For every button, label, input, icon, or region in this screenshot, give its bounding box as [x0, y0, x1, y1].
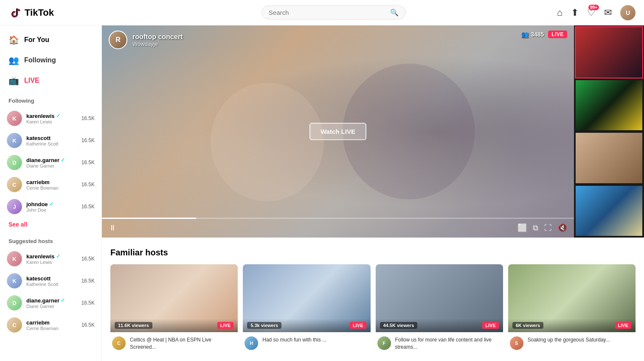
thumbnail-item-2[interactable] [575, 79, 643, 132]
following-item-dianegarner[interactable]: D diane.garner ✓ Diane Garner 16.5K [0, 151, 101, 174]
live-nav-icon: 📺 [8, 76, 19, 86]
live-label: LIVE [24, 77, 39, 84]
theater-mode-button[interactable]: ⬜ [517, 223, 527, 232]
search-input-wrap: 🔍 [262, 6, 406, 20]
video-controls: ⏸ ⬜ ⧉ ⛶ 🔇 [109, 223, 567, 232]
thumbnail-item-3[interactable] [575, 132, 643, 184]
svg-point-1 [211, 83, 324, 201]
mute-button[interactable]: 🔇 [558, 223, 567, 232]
host-avatar-1: C [112, 336, 126, 350]
stream-stats-overlay: 👥 3485 LIVE [521, 31, 567, 38]
live-tag-2: LIVE [350, 322, 366, 329]
stream-user: Wowdayje [132, 41, 183, 47]
following-name-karenlewis: karenlewis ✓ [26, 113, 77, 119]
header: TikTok 🔍 ⌂ ⬆ ♡ 99+ ✉ U [0, 0, 644, 25]
viewer-count: 👥 3485 [521, 31, 544, 38]
suggested-item-carriebm[interactable]: C carriebm Cerrie Bowman 16.5K [0, 314, 101, 336]
host-avatar-2: H [245, 336, 258, 350]
following-item-carriebm[interactable]: C carriebm Cerrie Bowman 16.5K [0, 174, 101, 196]
main-layout: 🏠 For You 👥 Following 📺 LIVE Following K… [0, 25, 644, 361]
content-area: R rooftop concert Wowdayje 👥 3485 LIVE W… [102, 25, 644, 361]
sidebar-item-live[interactable]: 📺 LIVE [0, 70, 101, 91]
host-desc-2: Had so much fun with this ... [262, 336, 368, 344]
tiktok-logo-icon [8, 6, 22, 20]
host-thumb-3: 44.5K viewers LIVE [376, 264, 503, 332]
following-item-katescott[interactable]: K katescott Katherine Scott 16.5K [0, 129, 101, 151]
verified-icon: ✓ [56, 113, 60, 119]
stream-info-overlay: R rooftop concert Wowdayje [109, 31, 183, 49]
viewers-badge-2: 5.3k viewers [247, 322, 281, 329]
logo-text: TikTok [25, 7, 54, 18]
live-badge: LIVE [548, 31, 567, 38]
following-section-title: Following [0, 91, 101, 107]
following-item-karenlewis[interactable]: K karenlewis ✓ Karen Lewis 16.5K [0, 107, 101, 129]
host-desc-4: Soaking up the gorgeous Saturday... [528, 336, 634, 344]
live-tag-3: LIVE [482, 322, 498, 329]
hosts-grid: 11.6K viewers LIVE C Celtics @ Heat | NB… [110, 264, 636, 353]
stream-title: rooftop concert [132, 33, 183, 41]
viewers-icon: 👥 [521, 31, 529, 38]
host-desc-3: Follow us for more van life content and … [395, 336, 501, 351]
host-thumb-2: 5.3k viewers LIVE [243, 264, 370, 332]
suggested-hosts-title: Suggested hosts [0, 231, 101, 248]
host-avatar-3: F [377, 336, 391, 350]
suggested-item-karenlewis[interactable]: K karenlewis ✓ Karen Lewis 16.5K [0, 248, 101, 270]
pause-button[interactable]: ⏸ [109, 224, 116, 232]
familiar-hosts-title: Familiar hosts [110, 248, 636, 257]
profile-button[interactable]: U [620, 5, 636, 20]
side-thumbnails [574, 25, 644, 238]
sidebar-item-for-you[interactable]: 🏠 For You [0, 30, 101, 50]
host-card-2[interactable]: 5.3k viewers LIVE H Had so much fun with… [243, 264, 370, 353]
verified-icon: ✓ [49, 201, 53, 207]
host-avatar-4: S [510, 336, 523, 350]
host-card-3[interactable]: 44.5K viewers LIVE F Follow us for more … [376, 264, 503, 353]
following-nav-icon: 👥 [8, 55, 19, 65]
message-button[interactable]: ✉ [604, 7, 612, 18]
search-input[interactable] [269, 9, 390, 16]
host-desc-1: Celtics @ Heat | NBA on ESPN Live Screen… [130, 336, 236, 351]
viewers-badge-3: 44.5K viewers [380, 322, 418, 329]
verified-icon: ✓ [61, 157, 65, 163]
following-item-johndoe[interactable]: J johndoe ✓ John Doe 16.5K [0, 196, 101, 218]
viewers-badge-1: 11.6K viewers [115, 322, 152, 329]
pip-button[interactable]: ⧉ [533, 224, 538, 232]
search-bar: 🔍 [110, 6, 557, 20]
host-thumb-4: 6K viewers LIVE [508, 264, 636, 332]
host-card-1[interactable]: 11.6K viewers LIVE C Celtics @ Heat | NB… [110, 264, 238, 353]
following-label: Following [24, 56, 56, 64]
avatar: U [620, 5, 636, 20]
see-all-button[interactable]: See all [0, 218, 36, 231]
home-nav-icon: 🏠 [8, 35, 19, 45]
suggested-item-dianegarner[interactable]: D diane.garner ✓ Diane Garner 16.5K [0, 292, 101, 314]
live-tag-1: LIVE [217, 322, 233, 329]
thumbnail-item-1[interactable] [575, 26, 643, 78]
video-progress-fill [102, 218, 196, 219]
live-player-section: R rooftop concert Wowdayje 👥 3485 LIVE W… [102, 25, 644, 238]
upload-icon: ⬆ [571, 7, 579, 18]
for-you-label: For You [24, 36, 49, 44]
home-icon: ⌂ [557, 7, 562, 18]
fullscreen-button[interactable]: ⛶ [544, 224, 552, 232]
following-avatar-karenlewis: K [7, 111, 22, 126]
home-button[interactable]: ⌂ [557, 7, 562, 18]
sidebar-item-following[interactable]: 👥 Following [0, 50, 101, 70]
notification-badge: 99+ [588, 5, 599, 10]
header-icons: ⌂ ⬆ ♡ 99+ ✉ U [557, 5, 636, 20]
upload-button[interactable]: ⬆ [571, 7, 579, 18]
thumbnail-item-4[interactable] [575, 185, 643, 237]
video-progress-bar[interactable] [102, 218, 574, 219]
streamer-avatar: R [109, 31, 127, 49]
logo[interactable]: TikTok [8, 6, 110, 20]
host-thumb-1: 11.6K viewers LIVE [110, 264, 238, 332]
sidebar: 🏠 For You 👥 Following 📺 LIVE Following K… [0, 25, 102, 361]
host-card-4[interactable]: 6K viewers LIVE S Soaking up the gorgeou… [508, 264, 636, 353]
viewers-badge-4: 6K viewers [512, 322, 543, 329]
search-button[interactable]: 🔍 [390, 8, 399, 17]
following-handle-karenlewis: Karen Lewis [26, 119, 77, 124]
live-tag-4: LIVE [615, 322, 631, 329]
watch-live-button[interactable]: Watch LIVE [309, 123, 366, 140]
familiar-hosts-section: Familiar hosts 11.6K viewers LIVE C Celt… [102, 238, 644, 359]
main-video[interactable]: R rooftop concert Wowdayje 👥 3485 LIVE W… [102, 25, 574, 238]
notification-button[interactable]: ♡ 99+ [587, 7, 596, 18]
suggested-item-katescott[interactable]: K katescott Katherine Scott 16.5K [0, 270, 101, 292]
